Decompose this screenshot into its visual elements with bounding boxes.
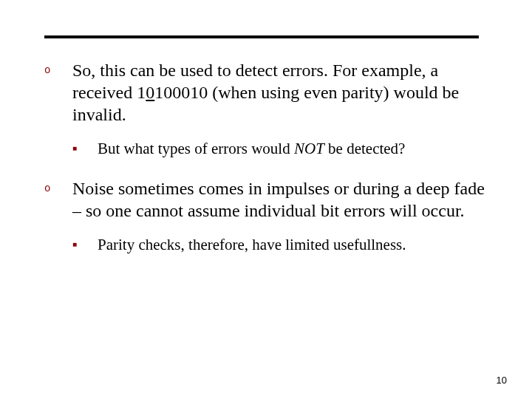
emphasized-text: NOT <box>294 140 324 157</box>
list-item-text: So, this can be used to detect errors. F… <box>72 59 488 126</box>
filled-square-bullet-icon: ■ <box>72 235 98 254</box>
underlined-digit: 0 <box>146 83 154 102</box>
list-item: o So, this can be used to detect errors.… <box>44 59 488 126</box>
sub-list-item-text: But what types of errors would NOT be de… <box>98 139 488 158</box>
filled-square-bullet-icon: ■ <box>72 139 98 158</box>
text-fragment: But what types of errors would <box>98 140 294 157</box>
sub-list-item: ■ But what types of errors would NOT be … <box>72 139 488 158</box>
text-fragment: be detected? <box>324 140 406 157</box>
slide-body: o So, this can be used to detect errors.… <box>44 59 488 274</box>
sub-list-item: ■ Parity checks, therefore, have limited… <box>72 235 488 254</box>
horizontal-rule <box>44 35 479 38</box>
open-square-bullet-icon: o <box>44 59 72 126</box>
list-item-text: Noise sometimes comes in impulses or dur… <box>72 177 488 222</box>
page-number: 10 <box>497 375 507 386</box>
list-item: o Noise sometimes comes in impulses or d… <box>44 177 488 222</box>
sub-list-item-text: Parity checks, therefore, have limited u… <box>98 235 488 254</box>
open-square-bullet-icon: o <box>44 177 72 222</box>
